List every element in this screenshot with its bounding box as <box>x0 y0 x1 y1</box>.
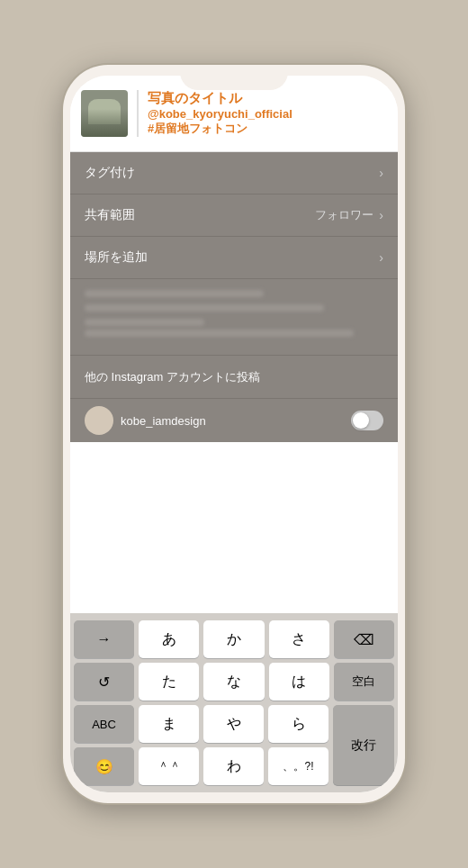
key-ta[interactable]: た <box>139 663 199 701</box>
settings-label-location: 場所を追加 <box>85 249 148 266</box>
settings-item-share[interactable]: 共有範囲 フォロワー › <box>70 194 398 237</box>
key-ha[interactable]: は <box>269 663 329 701</box>
account-row[interactable]: kobe_iamdesign <box>70 399 398 442</box>
key-ka[interactable]: か <box>203 620 264 658</box>
key-caret[interactable]: ＾＾ <box>139 747 199 785</box>
share-value: フォロワー <box>315 207 374 223</box>
settings-item-location[interactable]: 場所を追加 › <box>70 237 398 279</box>
chevron-icon-location: › <box>379 250 383 265</box>
key-ya[interactable]: や <box>203 705 264 743</box>
post-handle: @kobe_kyoryuchi_official <box>148 107 387 121</box>
keyboard-row-1: → あ か さ ⌫ <box>74 620 394 658</box>
instagram-section: 他の Instagram アカウントに投稿 <box>70 356 398 399</box>
key-wa[interactable]: わ <box>203 747 264 785</box>
settings-right-share: フォロワー › <box>315 207 383 223</box>
settings-right-tag: › <box>379 166 383 180</box>
chevron-icon-share: › <box>379 208 383 222</box>
content-area: タグ付け › 共有範囲 フォロワー › <box>70 152 398 613</box>
blur-line-1 <box>85 290 264 297</box>
key-enter[interactable]: 改行 <box>333 705 394 785</box>
avatar <box>81 90 128 137</box>
account-name: kobe_iamdesign <box>121 414 206 428</box>
header-divider <box>137 90 139 137</box>
post-title: 写真のタイトル <box>148 90 387 107</box>
settings-label-share: 共有範囲 <box>85 207 135 223</box>
phone-screen: 写真のタイトル @kobe_kyoryuchi_official #居留地フォト… <box>70 76 398 792</box>
settings-item-tag[interactable]: タグ付け › <box>70 152 398 194</box>
key-ma[interactable]: ま <box>139 705 199 743</box>
key-sa[interactable]: さ <box>269 620 329 658</box>
key-emoji[interactable]: 😊 <box>74 747 134 785</box>
blur-line-3 <box>85 319 204 326</box>
keyboard-row-3: ABC ま や ら <box>74 705 328 743</box>
post-hashtag: #居留地フォトコン <box>148 121 387 137</box>
key-space[interactable]: 空白 <box>334 663 394 701</box>
chevron-icon-tag: › <box>379 166 383 180</box>
key-punct[interactable]: 、。?! <box>268 747 328 785</box>
keyboard-rows-34: ABC ま や ら 😊 ＾＾ わ 、。?! <box>74 705 394 785</box>
key-na[interactable]: な <box>203 663 264 701</box>
settings-label-tag: タグ付け <box>85 165 135 181</box>
key-arrow[interactable]: → <box>74 620 134 658</box>
blur-line-4 <box>85 330 354 337</box>
phone-frame: 写真のタイトル @kobe_kyoryuchi_official #居留地フォト… <box>63 65 405 803</box>
account-avatar <box>85 406 113 435</box>
settings-right-location: › <box>379 250 383 265</box>
instagram-label: 他の Instagram アカウントに投稿 <box>85 370 260 384</box>
key-backspace[interactable]: ⌫ <box>334 620 394 658</box>
keyboard-left-rows: ABC ま や ら 😊 ＾＾ わ 、。?! <box>74 705 328 785</box>
keyboard-row-2: ↺ た な は 空白 <box>74 663 394 701</box>
key-ra[interactable]: ら <box>268 705 328 743</box>
key-a[interactable]: あ <box>139 620 199 658</box>
blur-line-2 <box>85 304 324 312</box>
blurred-content <box>70 279 398 356</box>
phone-notch <box>180 65 288 90</box>
key-abc[interactable]: ABC <box>74 705 134 743</box>
keyboard-row-4: 😊 ＾＾ わ 、。?! <box>74 747 328 785</box>
key-undo[interactable]: ↺ <box>74 663 134 701</box>
settings-list: タグ付け › 共有範囲 フォロワー › <box>70 152 398 442</box>
account-toggle[interactable] <box>351 411 383 430</box>
keyboard-area: → あ か さ ⌫ ↺ た な は 空白 <box>70 613 398 792</box>
header-text: 写真のタイトル @kobe_kyoryuchi_official #居留地フォト… <box>148 90 387 137</box>
